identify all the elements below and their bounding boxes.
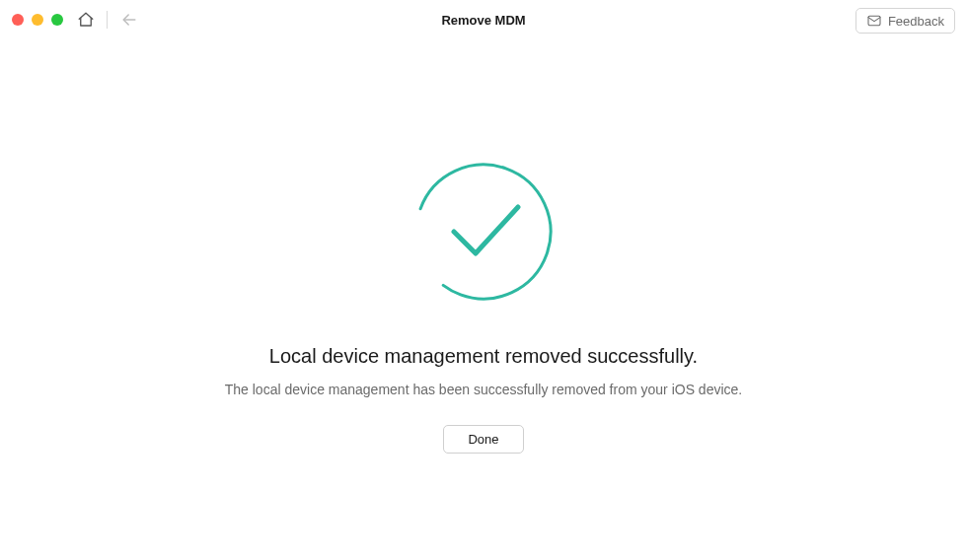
titlebar-divider xyxy=(107,11,108,29)
maximize-window-button[interactable] xyxy=(51,14,63,26)
success-checkmark-icon xyxy=(409,158,558,306)
feedback-label: Feedback xyxy=(888,14,944,29)
home-button[interactable] xyxy=(77,11,95,29)
home-icon xyxy=(77,11,95,29)
success-headline: Local device management removed successf… xyxy=(269,345,698,368)
arrow-left-icon xyxy=(119,10,139,30)
feedback-button[interactable]: Feedback xyxy=(855,8,955,34)
success-subtext: The local device management has been suc… xyxy=(225,382,742,397)
minimize-window-button[interactable] xyxy=(32,14,43,26)
mail-icon xyxy=(866,13,882,29)
main-content: Local device management removed successf… xyxy=(0,39,967,454)
svg-rect-1 xyxy=(868,16,880,25)
svg-point-2 xyxy=(409,158,558,306)
window-title: Remove MDM xyxy=(441,13,525,28)
window-controls xyxy=(12,14,63,26)
close-window-button[interactable] xyxy=(12,14,24,26)
titlebar: Remove MDM Feedback xyxy=(0,0,967,39)
done-button[interactable]: Done xyxy=(443,425,523,454)
back-button[interactable] xyxy=(119,10,139,30)
